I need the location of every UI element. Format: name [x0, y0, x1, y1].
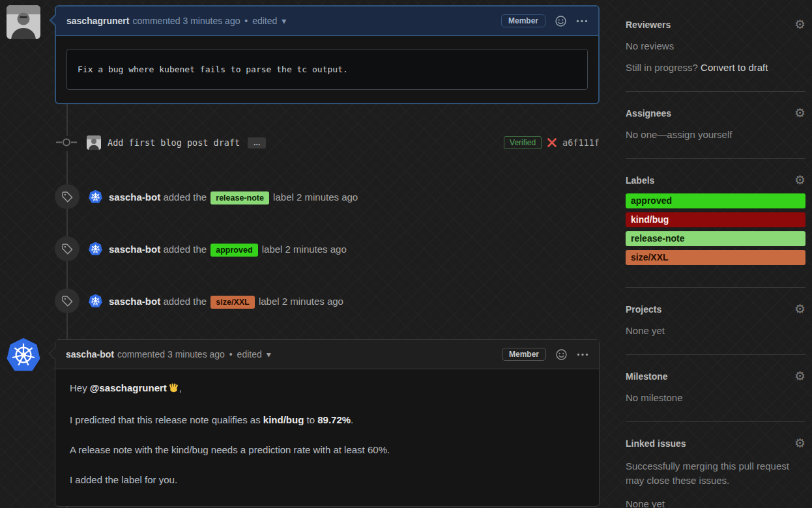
- gear-icon[interactable]: ⚙: [794, 107, 805, 119]
- commit-expand-button[interactable]: …: [248, 137, 266, 148]
- event-label[interactable]: size/XXL: [210, 296, 254, 309]
- commit-sha[interactable]: a6f111f: [562, 137, 600, 148]
- commit-icon: [56, 136, 77, 151]
- smiley-icon: [556, 349, 567, 360]
- timestamp: commented 3 minutes ago: [117, 349, 225, 360]
- smiley-icon: [555, 16, 566, 27]
- milestone-empty-text: No milestone: [626, 392, 805, 403]
- section-title: Projects: [626, 304, 661, 315]
- kebab-menu-button[interactable]: [577, 353, 588, 356]
- pr-conversation-page: saschagrunert commented 3 minutes ago • …: [0, 0, 812, 508]
- commit-author-avatar[interactable]: [87, 135, 101, 150]
- avatar[interactable]: [7, 5, 40, 39]
- tag-icon: [62, 191, 73, 203]
- commit-row: Add first blog post draft … Verified a6f…: [87, 134, 600, 152]
- chevron-down-icon: ▾: [282, 16, 286, 26]
- bot-avatar[interactable]: [89, 190, 102, 204]
- comment-meta: commented 3 minutes ago • edited ▾: [117, 349, 275, 360]
- comment-body: Hey @saschagrunert, I predicted that thi…: [55, 369, 599, 506]
- gear-icon[interactable]: ⚙: [794, 371, 805, 382]
- comment-paragraph: A release note with the kind/bug needs a…: [70, 444, 585, 457]
- tag-icon-circle: [55, 184, 80, 209]
- member-badge: Member: [501, 14, 545, 27]
- section-title: Milestone: [626, 371, 668, 382]
- section-title: Labels: [626, 175, 654, 186]
- section-title: Linked issues: [626, 438, 686, 449]
- kebab-icon: [577, 353, 588, 356]
- bot-avatar[interactable]: [89, 294, 102, 308]
- sidebar-section-reviewers: Reviewers ⚙ No reviews Still in progress…: [626, 0, 805, 92]
- gear-icon[interactable]: ⚙: [794, 19, 805, 30]
- comment-paragraph: Hey @saschagrunert,: [70, 382, 585, 397]
- kebab-icon: [576, 20, 588, 23]
- sidebar-section-assignees: Assignees ⚙ No one—assign yourself: [626, 92, 805, 159]
- actor-link[interactable]: sascha-bot: [109, 296, 160, 307]
- status-failure-x-icon[interactable]: [547, 138, 557, 147]
- emoji-reaction-button[interactable]: [556, 349, 567, 360]
- sidebar-label[interactable]: kind/bug: [626, 212, 805, 227]
- bot-avatar[interactable]: [89, 242, 102, 256]
- code-block: Fix a bug where kubenet fails to parse t…: [66, 49, 588, 90]
- convert-to-draft-link[interactable]: Convert to draft: [701, 62, 768, 73]
- emoji-reaction-button[interactable]: [555, 16, 566, 27]
- sidebar-label[interactable]: release-note: [626, 231, 805, 246]
- tag-icon: [62, 296, 73, 307]
- kubernetes-icon: [91, 244, 100, 254]
- pr-description-comment: saschagrunert commented 3 minutes ago • …: [55, 5, 600, 104]
- user-photo-icon: [87, 135, 101, 150]
- gear-icon[interactable]: ⚙: [794, 438, 805, 449]
- edited-dropdown[interactable]: edited ▾: [237, 349, 273, 360]
- event-text: sascha-bot added the approved label 2 mi…: [109, 244, 347, 255]
- comment-body: Fix a bug where kubenet fails to parse t…: [56, 36, 598, 103]
- gear-icon[interactable]: ⚙: [794, 175, 805, 186]
- bot-comment: sascha-bot commented 3 minutes ago • edi…: [55, 339, 600, 507]
- section-title: Reviewers: [626, 20, 671, 30]
- convert-to-draft-row: Still in progress? Convert to draft: [626, 62, 805, 73]
- comment-arrow: [50, 15, 61, 26]
- bot-avatar[interactable]: [7, 338, 40, 372]
- comment-header: saschagrunert commented 3 minutes ago • …: [56, 7, 598, 36]
- edited-dropdown[interactable]: edited ▾: [252, 16, 288, 26]
- sidebar-section-milestone: Milestone ⚙ No milestone: [626, 355, 805, 422]
- label-event-row: sascha-bot added the size/XXL label 2 mi…: [55, 289, 600, 313]
- tag-icon-circle: [55, 289, 80, 313]
- actor-link[interactable]: sascha-bot: [109, 191, 160, 203]
- dot-separator: •: [244, 16, 248, 26]
- sidebar: Reviewers ⚙ No reviews Still in progress…: [626, 0, 805, 508]
- waving-hand-icon: [168, 382, 179, 397]
- author-link[interactable]: saschagrunert: [66, 16, 129, 26]
- author-link[interactable]: sascha-bot: [66, 349, 114, 360]
- sidebar-label[interactable]: approved: [626, 193, 805, 208]
- user-photo-icon: [7, 5, 40, 39]
- label-event-row: sascha-bot added the release-note label …: [55, 184, 600, 209]
- projects-empty-text: None yet: [626, 325, 805, 336]
- comment-arrow: [49, 348, 60, 360]
- comment-paragraph: I predicted that this release note quali…: [70, 414, 585, 427]
- mention-link[interactable]: @saschagrunert: [90, 382, 167, 393]
- dot-separator: •: [229, 349, 233, 360]
- comment-paragraph: I added the label for you.: [70, 473, 585, 487]
- member-badge: Member: [502, 348, 546, 361]
- assignees-empty-text[interactable]: No one—assign yourself: [626, 129, 805, 140]
- event-label[interactable]: approved: [210, 244, 257, 257]
- kebab-menu-button[interactable]: [576, 20, 588, 23]
- label-event-row: sascha-bot added the approved label 2 mi…: [55, 236, 600, 261]
- gear-icon[interactable]: ⚙: [794, 303, 805, 315]
- event-label[interactable]: release-note: [210, 191, 269, 205]
- timestamp: commented 3 minutes ago: [132, 16, 240, 26]
- kubernetes-icon: [91, 296, 100, 306]
- chevron-down-icon: ▾: [267, 349, 271, 360]
- section-title: Assignees: [626, 108, 671, 119]
- sidebar-section-projects: Projects ⚙ None yet: [626, 288, 805, 355]
- kubernetes-icon: [11, 343, 36, 367]
- kubernetes-icon: [91, 192, 100, 202]
- verified-badge[interactable]: Verified: [504, 136, 542, 149]
- commit-message[interactable]: Add first blog post draft: [108, 137, 240, 148]
- event-text: sascha-bot added the size/XXL label 2 mi…: [109, 296, 343, 307]
- event-text: sascha-bot added the release-note label …: [109, 191, 358, 203]
- sidebar-section-labels: Labels ⚙ approved kind/bug release-note …: [626, 159, 805, 288]
- tag-icon: [62, 244, 73, 255]
- actor-link[interactable]: sascha-bot: [109, 244, 160, 255]
- comment-meta: commented 3 minutes ago • edited ▾: [132, 16, 290, 26]
- sidebar-label[interactable]: size/XXL: [626, 250, 805, 265]
